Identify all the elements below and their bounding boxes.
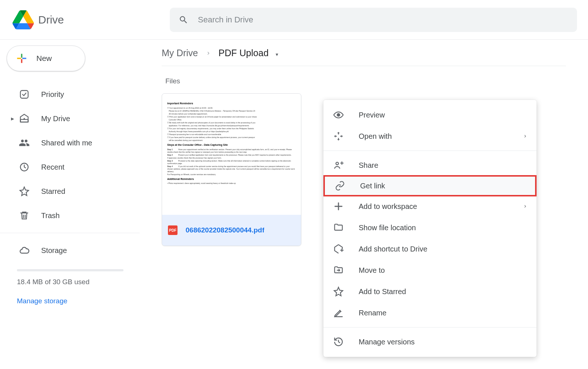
sidebar-item-starred[interactable]: Starred xyxy=(7,179,140,203)
sidebar-item-label: Shared with me xyxy=(41,139,92,147)
expand-triangle-icon[interactable]: ▶ xyxy=(11,116,14,121)
svg-point-4 xyxy=(336,162,338,165)
file-footer: PDF 06862022082500044.pdf xyxy=(162,215,301,246)
app-title: Drive xyxy=(38,14,64,26)
breadcrumb-current-label: PDF Upload xyxy=(219,48,269,58)
cloud-icon xyxy=(18,245,30,256)
starred-icon xyxy=(18,185,30,197)
move-icon xyxy=(333,265,344,276)
sidebar-item-recent[interactable]: Recent xyxy=(7,155,140,179)
menu-label: Get link xyxy=(360,182,385,190)
sidebar-item-storage[interactable]: Storage xyxy=(7,238,140,263)
breadcrumb: My Drive PDF Upload ▾ xyxy=(162,46,566,66)
menu-label: Rename xyxy=(359,309,387,317)
chevron-down-icon: ▾ xyxy=(276,51,278,57)
chevron-right-icon xyxy=(523,204,528,209)
new-button-label: New xyxy=(36,54,52,63)
share-person-icon xyxy=(333,160,344,171)
menu-item-move-to[interactable]: Move to xyxy=(323,260,537,281)
add-workspace-icon xyxy=(333,201,344,212)
priority-icon xyxy=(18,88,30,100)
file-card[interactable]: Important Reminders ☐ Your appointment i… xyxy=(162,93,301,246)
svg-rect-1 xyxy=(21,119,28,122)
plus-icon xyxy=(16,53,28,64)
menu-divider xyxy=(323,151,537,151)
storage-progress-bar xyxy=(17,269,123,271)
chevron-right-icon xyxy=(523,134,528,139)
file-name-label: 06862022082500044.pdf xyxy=(186,226,264,234)
link-icon xyxy=(334,180,345,191)
sidebar-item-label: My Drive xyxy=(41,115,70,123)
menu-label: Move to xyxy=(359,266,385,275)
sidebar-divider xyxy=(0,233,140,233)
menu-divider xyxy=(323,327,537,328)
sidebar-item-label: Storage xyxy=(41,246,67,255)
pdf-badge-icon: PDF xyxy=(168,225,178,235)
sidebar-item-label: Starred xyxy=(41,187,65,196)
shortcut-icon xyxy=(333,243,344,254)
app-header: Drive xyxy=(0,0,588,40)
recent-icon xyxy=(18,161,30,173)
menu-label: Add to workspace xyxy=(359,202,417,211)
menu-label: Add shortcut to Drive xyxy=(359,245,427,253)
file-preview-thumbnail: Important Reminders ☐ Your appointment i… xyxy=(162,94,301,215)
menu-item-preview[interactable]: Preview xyxy=(323,104,537,126)
logo-area[interactable]: Drive xyxy=(12,9,170,30)
new-button[interactable]: New xyxy=(7,46,85,71)
folder-icon xyxy=(333,222,344,233)
svg-point-3 xyxy=(337,114,340,116)
versions-icon xyxy=(333,336,344,347)
sidebar: New Priority ▶ My Drive Shared with xyxy=(0,40,140,369)
breadcrumb-current[interactable]: PDF Upload ▾ xyxy=(219,48,278,58)
sidebar-item-shared[interactable]: Shared with me xyxy=(7,131,140,155)
menu-item-add-workspace[interactable]: Add to workspace xyxy=(323,196,537,217)
menu-item-get-link[interactable]: Get link xyxy=(323,175,537,196)
eye-icon xyxy=(333,109,344,120)
sidebar-item-label: Recent xyxy=(41,163,64,171)
star-icon xyxy=(333,286,344,297)
open-with-icon xyxy=(333,131,344,142)
trash-icon xyxy=(18,210,30,221)
my-drive-icon xyxy=(18,113,30,124)
sidebar-item-trash[interactable]: Trash xyxy=(7,203,140,228)
menu-label: Open with xyxy=(359,132,392,141)
menu-label: Add to Starred xyxy=(359,287,406,296)
sidebar-item-priority[interactable]: Priority xyxy=(7,82,140,106)
menu-item-rename[interactable]: Rename xyxy=(323,302,537,323)
menu-label: Preview xyxy=(359,111,385,119)
menu-label: Share xyxy=(359,161,378,170)
sidebar-item-label: Priority xyxy=(41,90,64,99)
search-input[interactable] xyxy=(198,15,568,25)
svg-rect-0 xyxy=(21,91,28,98)
shared-icon xyxy=(18,137,30,149)
search-bar[interactable] xyxy=(170,8,577,32)
menu-item-share[interactable]: Share xyxy=(323,155,537,176)
files-section-label: Files xyxy=(165,77,566,85)
context-menu: Preview Open with Share Get link Add to … xyxy=(323,100,537,357)
menu-item-show-location[interactable]: Show file location xyxy=(323,217,537,238)
menu-item-manage-versions[interactable]: Manage versions xyxy=(323,331,537,352)
menu-item-add-starred[interactable]: Add to Starred xyxy=(323,281,537,302)
menu-label: Manage versions xyxy=(359,338,415,346)
drive-logo-icon xyxy=(12,9,34,30)
menu-item-add-shortcut[interactable]: Add shortcut to Drive xyxy=(323,238,537,260)
chevron-right-icon xyxy=(205,50,211,56)
manage-storage-link[interactable]: Manage storage xyxy=(17,297,140,305)
menu-item-open-with[interactable]: Open with xyxy=(323,126,537,147)
search-icon xyxy=(179,15,189,25)
sidebar-item-label: Trash xyxy=(41,211,60,220)
menu-label: Show file location xyxy=(359,224,416,232)
sidebar-item-my-drive[interactable]: ▶ My Drive xyxy=(7,106,140,131)
storage-usage-text: 18.4 MB of 30 GB used xyxy=(17,278,140,286)
breadcrumb-root[interactable]: My Drive xyxy=(162,48,198,58)
rename-icon xyxy=(333,307,344,318)
